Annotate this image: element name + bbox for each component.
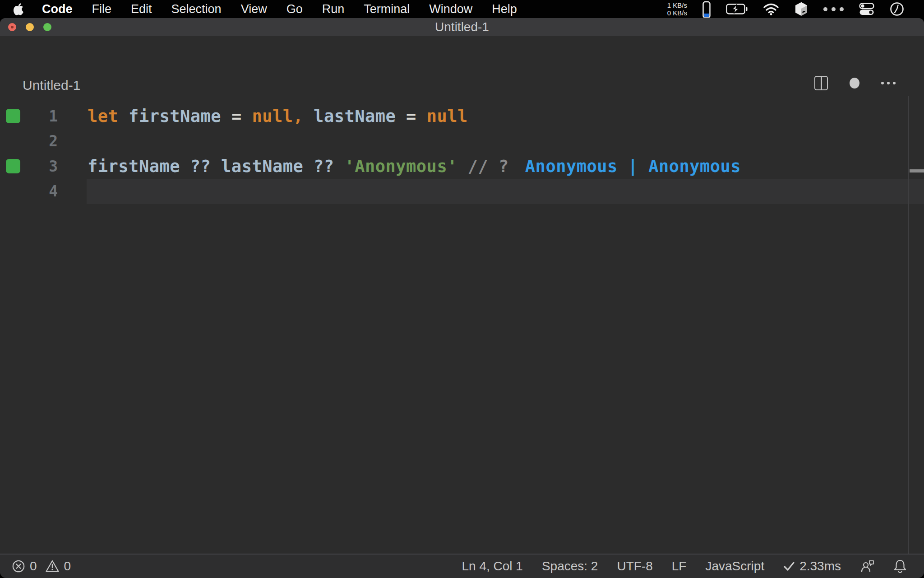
apple-menu-icon[interactable] — [14, 3, 24, 15]
split-editor-icon[interactable] — [814, 76, 828, 90]
network-up-speed: 1 KB/s — [667, 1, 687, 9]
network-down-speed: 0 KB/s — [667, 9, 687, 17]
editor-tab-label[interactable]: Untitled-1 — [23, 78, 80, 93]
menu-bar-ellipsis-icon[interactable] — [823, 7, 844, 11]
token-null: null — [252, 107, 293, 126]
token-equals: = — [231, 107, 252, 126]
problems-status[interactable]: 0 0 — [12, 555, 71, 578]
language-mode[interactable]: JavaScript — [705, 559, 764, 573]
token-null: null — [427, 107, 468, 126]
token-comma: , — [293, 107, 314, 126]
warnings-count: 0 — [64, 559, 71, 573]
menu-item-terminal[interactable]: Terminal — [364, 2, 410, 16]
cube-app-menu-icon[interactable] — [795, 2, 808, 16]
control-center-icon[interactable] — [859, 3, 874, 15]
token-string-anonymous: 'Anonymous' — [344, 157, 457, 176]
menu-items: Code File Edit Selection View Go Run Ter… — [42, 2, 536, 16]
quokka-perf[interactable]: 2.33ms — [783, 559, 841, 573]
clock-icon[interactable] — [890, 2, 904, 16]
status-bar-right: Ln 4, Col 1 Spaces: 2 UTF-8 LF JavaScrip… — [462, 555, 907, 578]
editor-actions — [814, 76, 896, 90]
errors-count: 0 — [30, 559, 37, 573]
menu-bar: Code File Edit Selection View Go Run Ter… — [0, 0, 924, 18]
window-titlebar[interactable]: Untitled-1 — [0, 18, 924, 36]
eol-setting[interactable]: LF — [672, 559, 687, 573]
quokka-inline-value: Anonymous | Anonymous — [525, 157, 741, 176]
token-quokka-comment: // ? — [457, 157, 509, 176]
token-lastname: lastName — [314, 107, 406, 126]
unsaved-changes-dot-icon[interactable] — [850, 78, 859, 89]
token-nullish-operator: ?? — [314, 157, 344, 176]
warnings-icon — [45, 559, 60, 573]
menu-item-window[interactable]: Window — [429, 2, 472, 16]
quokka-time: 2.33ms — [799, 559, 841, 573]
line-number: 4 — [0, 179, 58, 204]
line-number: 2 — [0, 129, 58, 154]
line-number: 3 — [0, 154, 58, 179]
menu-item-edit[interactable]: Edit — [131, 2, 152, 16]
token-firstname: firstName — [88, 157, 190, 176]
menu-item-code[interactable]: Code — [42, 2, 73, 16]
menu-item-help[interactable]: Help — [492, 2, 517, 16]
code-line-4[interactable]: 4 — [0, 179, 924, 204]
menu-item-file[interactable]: File — [92, 2, 112, 16]
status-bar: 0 0 Ln 4, Col 1 Spaces: 2 UTF-8 LF JavaS… — [0, 554, 924, 578]
line-number: 1 — [0, 104, 58, 129]
screen: Code File Edit Selection View Go Run Ter… — [0, 0, 924, 578]
menu-item-go[interactable]: Go — [286, 2, 303, 16]
menu-item-view[interactable]: View — [241, 2, 267, 16]
code-line-2[interactable]: 2 — [0, 129, 924, 154]
code-line-1[interactable]: 1 let firstName = null, lastName = null — [0, 104, 924, 129]
menu-bar-status-items: 1 KB/s 0 KB/s — [667, 0, 904, 18]
gauge-indicator-icon[interactable] — [702, 1, 711, 18]
token-firstname: firstName — [129, 107, 231, 126]
token-equals: = — [406, 107, 427, 126]
code-line-3[interactable]: 3 firstName ?? lastName ?? 'Anonymous' /… — [0, 154, 924, 179]
menu-item-run[interactable]: Run — [322, 2, 345, 16]
feedback-person-icon[interactable] — [860, 559, 874, 573]
wifi-icon[interactable] — [763, 3, 779, 15]
battery-charging-icon[interactable] — [726, 3, 748, 15]
token-nullish-operator: ?? — [190, 157, 221, 176]
code-editor[interactable]: 1 let firstName = null, lastName = null … — [0, 96, 924, 554]
check-icon — [783, 561, 795, 572]
notifications-bell-icon[interactable] — [893, 559, 907, 573]
window-title: Untitled-1 — [0, 18, 924, 36]
network-speed-indicator[interactable]: 1 KB/s 0 KB/s — [667, 1, 687, 17]
token-lastname: lastName — [221, 157, 314, 176]
indentation-setting[interactable]: Spaces: 2 — [542, 559, 598, 573]
code-text-line-1: let firstName = null, lastName = null — [88, 104, 468, 129]
errors-icon — [12, 559, 25, 573]
code-text-line-3: firstName ?? lastName ?? 'Anonymous' // … — [88, 154, 741, 179]
menu-item-selection[interactable]: Selection — [171, 2, 222, 16]
vscode-window: Untitled-1 Untitled-1 1 let firstName = … — [0, 18, 924, 578]
more-actions-icon[interactable] — [881, 82, 896, 84]
token-let: let — [88, 107, 129, 126]
cursor-position[interactable]: Ln 4, Col 1 — [462, 559, 522, 573]
encoding-setting[interactable]: UTF-8 — [617, 559, 652, 573]
